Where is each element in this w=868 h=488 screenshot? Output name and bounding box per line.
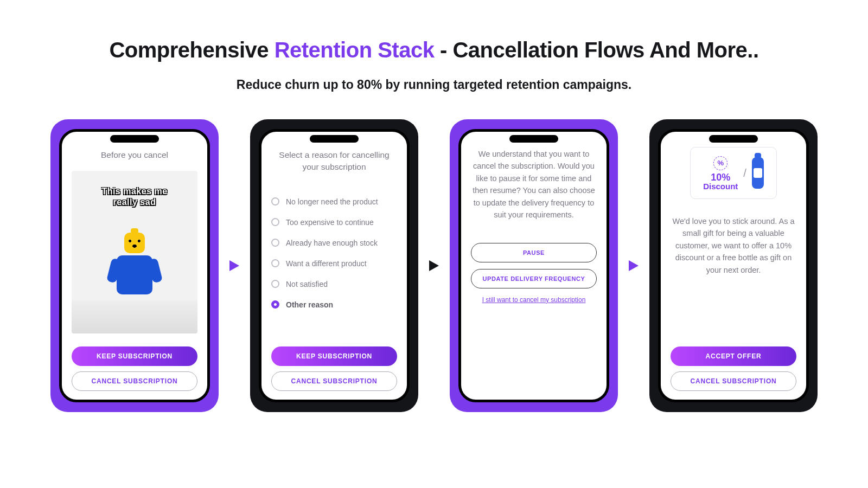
phone-frame: Before you cancel This makes me really s… <box>59 129 210 402</box>
cancel-reason-list: No longer need the product Too expensive… <box>271 185 397 346</box>
option-label: Not satisfied <box>286 280 328 288</box>
cancel-subscription-button[interactable]: CANCEL SUBSCRIPTION <box>271 371 397 391</box>
radio-icon <box>271 259 279 267</box>
flow-arrow-icon <box>228 259 240 272</box>
cancel-reason-option[interactable]: Already have enough stock <box>271 239 397 247</box>
keep-subscription-button[interactable]: KEEP SUBSCRIPTION <box>271 346 397 366</box>
flow-card-3: We understand that you want to cancel th… <box>450 119 618 412</box>
lego-figure-icon <box>117 233 152 294</box>
flow-card-1: Before you cancel This makes me really s… <box>50 119 219 412</box>
heading-post: - Cancellation Flows And More.. <box>434 38 758 62</box>
card4-paragraph: We'd love you to stick around. As a smal… <box>671 215 796 276</box>
svg-marker-1 <box>429 260 439 271</box>
radio-icon <box>271 239 279 247</box>
option-label: No longer need the product <box>286 197 378 206</box>
pause-button[interactable]: PAUSE <box>471 243 597 262</box>
radio-icon <box>271 197 279 206</box>
keep-subscription-button[interactable]: KEEP SUBSCRIPTION <box>72 346 197 366</box>
cancel-subscription-button[interactable]: CANCEL SUBSCRIPTION <box>671 371 796 391</box>
bottle-icon <box>752 157 764 189</box>
phone-notch <box>110 135 159 143</box>
phone-notch <box>509 135 558 143</box>
coupon-icon: % <box>713 156 727 170</box>
discount-percent: 10% <box>711 172 730 182</box>
option-label: Want a different product <box>286 259 367 268</box>
discount-label: Discount <box>703 182 738 190</box>
card3-paragraph: We understand that you want to cancel th… <box>471 148 597 221</box>
discount-badge: % 10% Discount <box>703 156 738 190</box>
slash-divider: / <box>743 167 746 179</box>
phone-notch <box>310 135 359 143</box>
phone-frame: % 10% Discount / We'd love you to stick … <box>658 129 809 402</box>
offer-box: % 10% Discount / <box>690 147 777 199</box>
flow-card-4: % 10% Discount / We'd love you to stick … <box>649 119 818 412</box>
phone-notch <box>709 135 758 143</box>
accept-offer-button[interactable]: ACCEPT OFFER <box>671 346 796 366</box>
phone-frame: We understand that you want to cancel th… <box>458 129 609 402</box>
flow-arrow-icon <box>628 259 640 272</box>
update-frequency-button[interactable]: UPDATE DELIVERY FREQUENCY <box>471 269 597 288</box>
cancel-reason-option[interactable]: Too expensive to continue <box>271 218 397 227</box>
page-heading: Comprehensive Retention Stack - Cancella… <box>33 38 835 62</box>
heading-pre: Comprehensive <box>109 38 274 62</box>
cancel-reason-option[interactable]: Not satisfied <box>271 280 397 288</box>
still-cancel-link[interactable]: I still want to cancel my subscription <box>471 296 597 304</box>
radio-icon <box>271 300 279 309</box>
radio-icon <box>271 218 279 226</box>
cancel-subscription-button[interactable]: CANCEL SUBSCRIPTION <box>72 371 197 391</box>
phone-frame: Select a reason for cancelling your subs… <box>259 129 410 402</box>
svg-marker-2 <box>629 260 639 271</box>
heading-accent: Retention Stack <box>275 38 435 62</box>
flow-arrow-icon <box>428 259 440 272</box>
cards-row: Before you cancel This makes me really s… <box>33 119 835 412</box>
card2-title: Select a reason for cancelling your subs… <box>271 149 397 174</box>
cancel-reason-option[interactable]: No longer need the product <box>271 197 397 206</box>
meme-caption: This makes me really sad <box>101 186 167 208</box>
option-label: Already have enough stock <box>286 239 378 247</box>
option-label: Other reason <box>286 300 333 309</box>
option-label: Too expensive to continue <box>286 218 374 227</box>
meme-image: This makes me really sad <box>72 171 197 333</box>
cancel-reason-option-selected[interactable]: Other reason <box>271 300 397 309</box>
page-subheading: Reduce churn up to 80% by running target… <box>33 78 835 92</box>
cancel-reason-option[interactable]: Want a different product <box>271 259 397 268</box>
card1-title: Before you cancel <box>72 149 197 161</box>
svg-marker-0 <box>229 260 239 271</box>
flow-card-2: Select a reason for cancelling your subs… <box>250 119 418 412</box>
radio-icon <box>271 280 279 288</box>
